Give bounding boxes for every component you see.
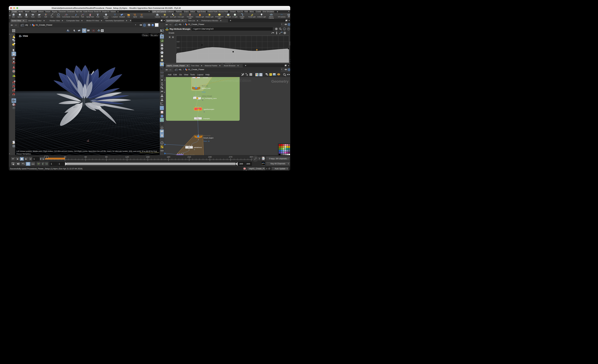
- svg-text:rigattribwrangle3: rigattribwrangle3: [203, 108, 214, 110]
- svg-text:1: 1: [46, 156, 47, 158]
- svg-text:i: i: [162, 142, 162, 144]
- svg-text:▶: ▶: [164, 92, 165, 93]
- svg-text:resample1: resample1: [203, 118, 210, 119]
- svg-text:0.2: 0.2: [177, 58, 179, 60]
- svg-text:90: 90: [105, 156, 108, 158]
- svg-text:210: 210: [188, 156, 191, 158]
- svg-text:1-: 1-: [81, 104, 83, 105]
- svg-text:150: 150: [146, 156, 150, 158]
- svg-text:normal3: normal3: [203, 77, 208, 78]
- svg-text:Non-Commercial Edition: Non-Commercial Edition: [210, 78, 251, 83]
- svg-text:30: 30: [64, 156, 66, 158]
- svg-text:120: 120: [125, 156, 129, 158]
- svg-text:i: i: [284, 28, 285, 30]
- svg-text:foreach_end1: foreach_end1: [202, 88, 210, 89]
- svg-text:foreach_begin2: foreach_begin2: [203, 137, 213, 139]
- svg-text:?: ?: [288, 28, 289, 30]
- svg-text:0.4: 0.4: [177, 53, 180, 55]
- svg-text:12: 12: [161, 91, 163, 92]
- svg-text:Block Begin: Block Begin: [203, 135, 211, 136]
- svg-text:60: 60: [84, 156, 87, 158]
- svg-text:Attribute Wrangle: Attribute Wrangle: [202, 95, 212, 97]
- svg-text:Merge: Merge: [202, 91, 206, 93]
- svg-text:270: 270: [229, 156, 233, 158]
- svg-text:Geometry: Geometry: [271, 79, 289, 83]
- svg-text:180: 180: [167, 156, 170, 158]
- svg-text:12: 12: [161, 98, 163, 100]
- svg-text:0.8: 0.8: [177, 41, 179, 43]
- svg-text:Block End: Block End: [202, 85, 208, 87]
- svg-text:pathdeform2: pathdeform2: [194, 146, 202, 148]
- svg-text:◀: ◀: [164, 79, 165, 81]
- svg-text:240: 240: [208, 156, 212, 158]
- svg-text:0.6: 0.6: [177, 47, 179, 49]
- svg-text:Piece : 29: Piece : 29: [203, 140, 209, 142]
- svg-text:non_overlapping_name: non_overlapping_name: [202, 98, 216, 99]
